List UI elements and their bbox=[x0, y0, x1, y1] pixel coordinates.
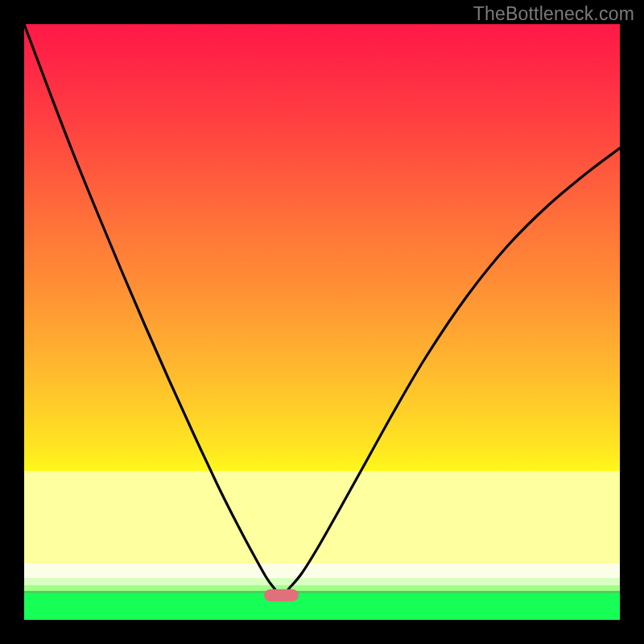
plot-area bbox=[24, 24, 620, 620]
chart-frame: TheBottleneck.com bbox=[0, 0, 644, 644]
watermark-text: TheBottleneck.com bbox=[473, 3, 634, 25]
optimal-marker bbox=[264, 589, 299, 601]
bottleneck-curve bbox=[24, 24, 620, 620]
